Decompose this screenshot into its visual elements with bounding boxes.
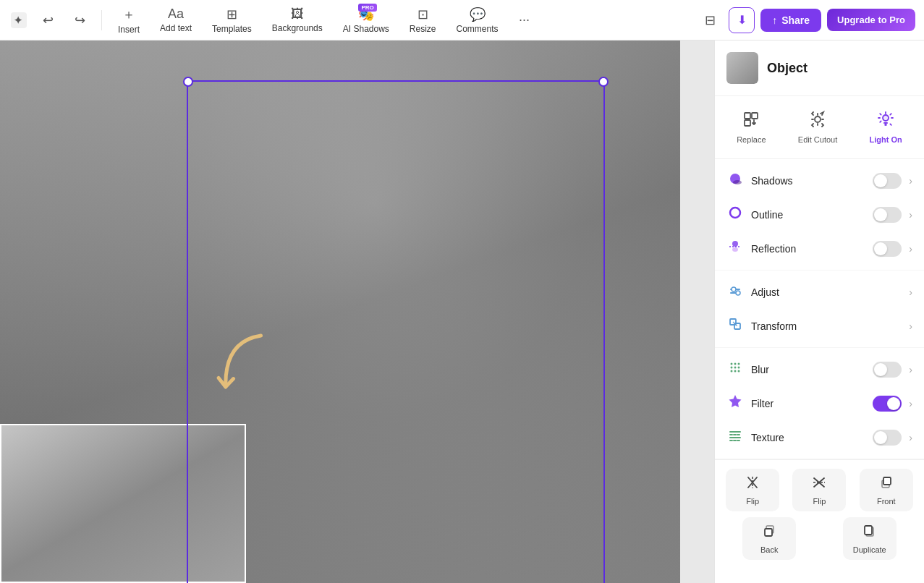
backgrounds-icon: 🖼 — [291, 7, 304, 22]
filter-label: Filter — [751, 398, 865, 409]
outline-toggle[interactable] — [873, 207, 902, 223]
reflection-label: Reflection — [751, 243, 865, 255]
more-button[interactable]: ··· — [512, 7, 538, 33]
svg-point-27 — [734, 367, 737, 369]
quick-actions: Replace Edit Cutout — [715, 96, 924, 159]
blur-icon — [726, 359, 744, 379]
transform-row[interactable]: Transform › — [721, 309, 918, 343]
svg-point-11 — [733, 180, 742, 184]
thumbnail-image[interactable] — [0, 424, 246, 583]
duplicate-icon — [862, 523, 878, 542]
svg-point-23 — [731, 363, 733, 365]
templates-button[interactable]: ⊞ Templates — [205, 4, 259, 37]
replace-icon — [742, 111, 760, 132]
flip-v-label: Flip — [813, 497, 826, 506]
backgrounds-button[interactable]: 🖼 Backgrounds — [265, 4, 330, 36]
duplicate-button[interactable]: Duplicate — [843, 517, 897, 560]
svg-point-13 — [732, 241, 738, 247]
download-icon: ⬇ — [737, 13, 747, 27]
panel-section-edit: Adjust › Transform › — [715, 271, 924, 348]
light-on-button[interactable]: Light On — [861, 105, 911, 150]
ai-shadows-label: AI Shadows — [343, 24, 389, 34]
flip-v-button[interactable]: Flip — [792, 469, 846, 511]
reflection-toggle[interactable] — [873, 241, 902, 257]
outline-icon — [726, 205, 744, 224]
transform-icon — [726, 316, 744, 336]
outline-row[interactable]: Outline › — [721, 197, 918, 231]
panel-title: Object — [767, 61, 808, 76]
add-text-button[interactable]: Aa Add text — [153, 4, 199, 36]
share-button[interactable]: ↑ Share — [760, 9, 821, 32]
shadows-row[interactable]: Shadows › — [721, 163, 918, 197]
add-text-label: Add text — [160, 23, 192, 33]
resize-icon: ⊡ — [418, 7, 428, 22]
replace-label: Replace — [737, 135, 766, 144]
svg-rect-3 — [745, 113, 750, 119]
front-button[interactable]: Front — [860, 469, 913, 511]
shadows-icon — [726, 171, 744, 190]
download-button[interactable]: ⬇ — [729, 7, 755, 33]
panel-toggle-button[interactable]: ⊟ — [697, 7, 723, 33]
light-on-label: Light On — [870, 135, 902, 144]
more-icon: ··· — [519, 12, 530, 27]
filter-row[interactable]: Filter › — [721, 386, 918, 420]
resize-label: Resize — [410, 24, 436, 34]
edit-cutout-label: Edit Cutout — [798, 135, 837, 144]
retouch-button[interactable]: Retouch — [722, 574, 917, 583]
shadows-toggle[interactable] — [873, 173, 902, 189]
upgrade-button[interactable]: Upgrade to Pro — [827, 9, 915, 31]
toolbar-right: ⊟ ⬇ ↑ Share Upgrade to Pro — [697, 7, 915, 33]
upgrade-label: Upgrade to Pro — [837, 14, 905, 25]
shadows-chevron: › — [909, 175, 912, 187]
redo-button[interactable]: ↪ — [67, 7, 93, 33]
toolbar-left: ✦ ↩ ↪ ＋ Insert Aa Add text ⊞ Templates 🖼 — [9, 3, 538, 38]
texture-row[interactable]: Texture › — [721, 420, 918, 454]
svg-rect-4 — [752, 113, 758, 119]
texture-toggle[interactable] — [873, 430, 902, 446]
transform-chevron: › — [909, 320, 912, 332]
back-icon — [761, 523, 777, 542]
adjust-row[interactable]: Adjust › — [721, 275, 918, 309]
pro-badge: PRO — [358, 4, 376, 12]
svg-point-26 — [731, 367, 733, 369]
insert-label: Insert — [118, 25, 140, 35]
replace-button[interactable]: Replace — [728, 105, 774, 150]
canvas-area[interactable] — [0, 41, 714, 583]
app-logo: ✦ — [9, 10, 29, 30]
share-icon: ↑ — [772, 14, 777, 26]
blur-toggle[interactable] — [873, 362, 902, 378]
reflection-row[interactable]: Reflection › — [721, 231, 918, 265]
svg-rect-5 — [745, 120, 750, 126]
back-label: Back — [760, 545, 778, 554]
reflection-chevron: › — [909, 243, 912, 255]
right-panel: Object Replace — [714, 41, 924, 583]
flip-v-icon — [811, 475, 827, 494]
svg-point-14 — [732, 247, 738, 252]
outline-label: Outline — [751, 209, 865, 221]
front-label: Front — [877, 497, 896, 506]
light-on-icon — [877, 111, 894, 132]
filter-chevron: › — [909, 398, 912, 409]
svg-rect-37 — [765, 529, 772, 536]
plus-icon: ＋ — [122, 6, 135, 23]
insert-button[interactable]: ＋ Insert — [111, 3, 147, 38]
panel-section-style: Blur › Filter › — [715, 348, 924, 459]
back-button[interactable]: Back — [742, 517, 796, 560]
svg-point-19 — [736, 291, 740, 295]
divider-1 — [101, 10, 102, 30]
ai-shadows-button[interactable]: 🎭 PRO AI Shadows — [336, 4, 397, 37]
undo-button[interactable]: ↩ — [35, 7, 61, 33]
resize-button[interactable]: ⊡ Resize — [402, 4, 444, 37]
filter-toggle[interactable] — [873, 396, 902, 412]
svg-rect-9 — [884, 124, 887, 126]
svg-rect-8 — [883, 122, 888, 124]
flip-h-button[interactable]: Flip — [726, 469, 779, 511]
blur-row[interactable]: Blur › — [721, 352, 918, 386]
front-icon — [878, 475, 894, 494]
texture-label: Texture — [751, 432, 865, 443]
adjust-icon — [726, 282, 744, 302]
comments-button[interactable]: 💬 Comments — [449, 4, 506, 37]
panel-header: Object — [715, 41, 924, 96]
edit-cutout-button[interactable]: Edit Cutout — [789, 105, 846, 150]
filter-icon — [726, 393, 744, 413]
